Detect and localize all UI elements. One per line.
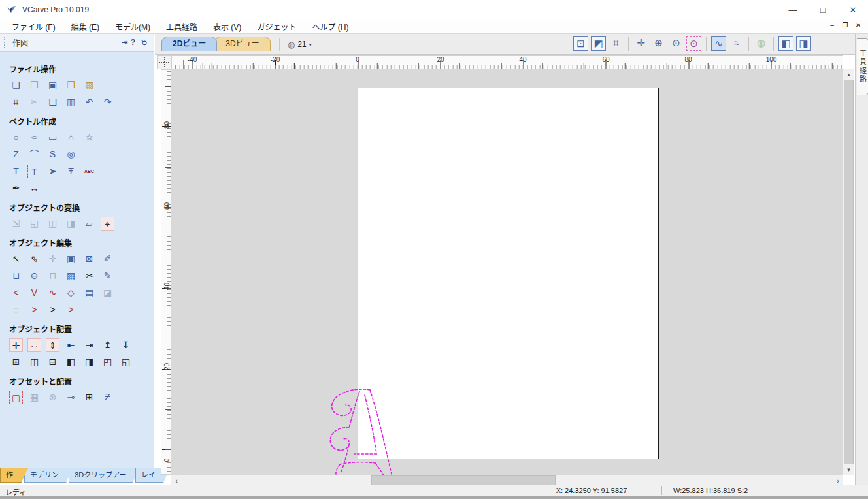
view-tab-0[interactable]: 2Dビュー — [161, 37, 217, 51]
cut-icon[interactable]: ✂ — [27, 95, 41, 109]
weld-vectors-icon[interactable]: ⊔ — [9, 269, 23, 283]
mirror-vertical-icon[interactable]: ◨ — [64, 217, 78, 231]
align-top-icon[interactable]: ↥ — [101, 338, 114, 352]
crop-picture-icon[interactable]: ◪ — [101, 286, 114, 300]
draw-text-box-icon[interactable]: T — [27, 165, 41, 178]
menu-item-6[interactable]: ヘルプ (H) — [304, 20, 356, 33]
pin-icon[interactable]: ⚲ — [137, 35, 152, 50]
distort-icon[interactable]: ▱ — [82, 217, 96, 231]
zoom-tool-icon[interactable]: ⊕ — [651, 36, 666, 51]
draw-rectangle-icon[interactable]: ▭ — [46, 131, 59, 144]
join-with-curve-icon[interactable]: > — [64, 303, 78, 317]
redo-icon[interactable]: ↷ — [101, 95, 114, 109]
snap-toggle-icon[interactable]: ∿ — [711, 36, 726, 51]
open-file-icon[interactable]: ❐ — [27, 78, 41, 92]
menu-item-0[interactable]: ファイル (F) — [4, 20, 63, 33]
trim-vectors-icon[interactable]: ✂ — [82, 269, 96, 283]
draw-arc-icon[interactable]: ⌒ — [27, 148, 41, 161]
draw-polygon-icon[interactable]: ⌂ — [64, 131, 78, 144]
material-page[interactable] — [358, 88, 659, 459]
measure-tool-icon[interactable]: ✐ — [101, 252, 114, 266]
fit-curve-icon[interactable]: ∿ — [46, 286, 59, 300]
mdi-restore-button[interactable]: ❐ — [841, 22, 850, 29]
minimize-button[interactable]: — — [778, 0, 808, 20]
ungroup-vectors-icon[interactable]: ⊠ — [82, 252, 96, 266]
zoom-to-drawing-icon[interactable]: ⊡ — [573, 36, 588, 51]
guides-toggle-icon[interactable]: ≈ — [729, 36, 744, 51]
zoom-box-icon[interactable]: ⊙ — [669, 36, 684, 51]
align-center-material-icon[interactable]: ✛ — [9, 338, 23, 352]
align-bottom-edge-icon[interactable]: ◱ — [119, 355, 133, 369]
view-scale-dropdown[interactable]: ◍ 21 ▾ — [279, 38, 312, 51]
vertical-scrollbar[interactable]: ▴ ▾ — [843, 69, 854, 475]
join-open-vectors-icon[interactable]: ◌ — [9, 303, 23, 317]
edit-picture-icon[interactable]: ▤ — [82, 286, 96, 300]
scroll-down-icon[interactable]: ▾ — [843, 464, 854, 475]
canvas-2d-view[interactable] — [171, 69, 843, 475]
fit-arc-icon[interactable]: < — [9, 286, 23, 300]
intersect-vectors-icon[interactable]: ⊓ — [46, 269, 59, 283]
vertical-scrollbar-thumb[interactable] — [844, 80, 854, 464]
align-right-icon[interactable]: ⇥ — [82, 338, 96, 352]
zoom-to-selection-icon[interactable]: ◩ — [591, 36, 606, 51]
align-left-icon[interactable]: ⇤ — [64, 338, 78, 352]
help-icon[interactable]: ? — [131, 38, 135, 47]
collapse-panel-icon[interactable]: ⇥ — [122, 38, 128, 47]
menu-item-4[interactable]: 表示 (V) — [205, 20, 249, 33]
undo-icon[interactable]: ↶ — [82, 95, 96, 109]
offset-vectors-icon[interactable]: ▢ — [9, 391, 23, 404]
toolpaths-tab[interactable]: 工具経路 — [857, 38, 868, 95]
select-tool-icon[interactable]: ↖ — [9, 252, 23, 266]
copy-along-vectors-icon[interactable]: ⊸ — [64, 391, 78, 404]
hatch-fill-icon[interactable]: ▨ — [64, 269, 78, 283]
import-vectors-icon[interactable]: ❒ — [64, 78, 78, 92]
menu-item-3[interactable]: 工具経路 — [158, 20, 205, 33]
grid-toggle-icon[interactable]: ⌗ — [609, 36, 624, 51]
close-vector-icon[interactable]: ◇ — [64, 286, 78, 300]
set-position-icon[interactable]: ⌖ — [101, 217, 114, 231]
center-v-in-selection-icon[interactable]: ⊟ — [46, 355, 59, 369]
zoom-selected-icon[interactable]: ⊙ — [686, 36, 701, 51]
mirror-horizontal-icon[interactable]: ◫ — [46, 217, 59, 231]
draw-star-icon[interactable]: ☆ — [82, 131, 96, 144]
align-right-edge-icon[interactable]: ◨ — [82, 355, 96, 369]
draw-circle-icon[interactable]: ○ — [9, 131, 23, 144]
vector-knife-icon[interactable]: ✎ — [101, 269, 114, 283]
save-file-icon[interactable]: ▣ — [46, 78, 59, 92]
set-size-icon[interactable]: ◱ — [27, 217, 41, 231]
draw-polyline-icon[interactable]: Z — [9, 148, 23, 161]
close-button[interactable]: ✕ — [838, 0, 868, 20]
join-move-endpoints-icon[interactable]: > — [27, 303, 41, 317]
circular-copy-icon[interactable]: ⊛ — [46, 391, 59, 404]
menu-item-5[interactable]: ガジェット — [249, 20, 304, 33]
menu-item-2[interactable]: モデル(M) — [107, 20, 158, 33]
align-left-edge-icon[interactable]: ◧ — [64, 355, 78, 369]
center-in-selection-icon[interactable]: ⊞ — [9, 355, 23, 369]
view-tab-1[interactable]: 3Dビュー — [214, 37, 270, 51]
join-with-line-icon[interactable]: > — [46, 303, 59, 317]
pan-view-icon[interactable]: ✛ — [633, 36, 648, 51]
zigzag-text-icon[interactable]: Ƶ — [101, 391, 114, 404]
copy-icon[interactable]: ❑ — [46, 95, 59, 109]
group-vectors-icon[interactable]: ▣ — [64, 252, 78, 266]
toggle-left-panel-icon[interactable]: ◧ — [778, 36, 793, 51]
panel-grip[interactable] — [4, 37, 8, 48]
toggle-right-panel-icon[interactable]: ◨ — [796, 36, 811, 51]
mdi-close-button[interactable]: ✕ — [854, 22, 863, 29]
draw-spiral-icon[interactable]: ◎ — [64, 148, 78, 161]
center-h-in-selection-icon[interactable]: ◫ — [27, 355, 41, 369]
draw-curve-icon[interactable]: S — [46, 148, 59, 161]
select-text-icon[interactable]: ➤ — [46, 165, 59, 178]
job-setup-icon[interactable]: ⌗ — [9, 95, 23, 109]
mdi-minimize-button[interactable]: – — [827, 22, 837, 29]
scroll-up-icon[interactable]: ▴ — [843, 69, 854, 80]
panel-tab-1[interactable]: モデリング — [24, 468, 73, 483]
draw-text-icon[interactable]: T — [9, 165, 23, 178]
align-top-edge-icon[interactable]: ◰ — [101, 355, 114, 369]
transform-tool-icon[interactable]: ✛ — [46, 252, 59, 266]
align-center-y-icon[interactable]: ⇕ — [46, 338, 59, 352]
text-spacing-icon[interactable]: Ŧ — [64, 165, 78, 178]
text-on-curve-icon[interactable]: ABC — [82, 165, 96, 178]
menu-item-1[interactable]: 編集 (E) — [63, 20, 107, 33]
dimension-icon[interactable]: ↔ — [27, 182, 41, 195]
